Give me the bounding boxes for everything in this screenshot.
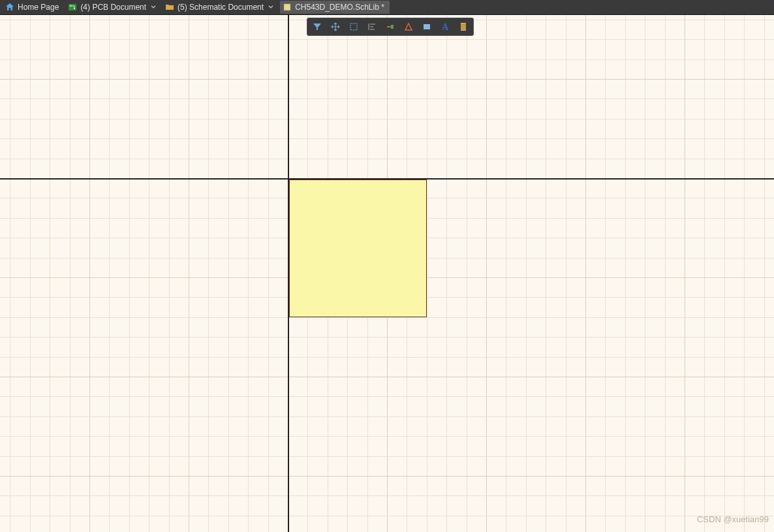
schematic-canvas[interactable]: A CSDN @xuetian99	[0, 15, 774, 532]
filter-button[interactable]	[308, 18, 326, 35]
watermark: CSDN @xuetian99	[697, 514, 769, 524]
svg-rect-5	[391, 25, 394, 29]
chevron-down-icon	[151, 5, 156, 10]
drawing-toolbar: A	[307, 18, 474, 36]
tab-schematic-doc[interactable]: (5) Schematic Document	[163, 1, 279, 14]
ieee-symbol-button[interactable]	[399, 18, 418, 35]
tab-pcb-doc[interactable]: (4) PCB Document	[65, 1, 161, 14]
sheet-button[interactable]	[454, 18, 472, 35]
text-button[interactable]: A	[436, 18, 454, 35]
align-button[interactable]	[363, 18, 381, 35]
rectangle-button[interactable]	[418, 18, 436, 35]
svg-rect-0	[69, 4, 76, 10]
selection-button[interactable]	[345, 18, 363, 35]
home-icon	[5, 3, 14, 12]
schlib-icon	[283, 3, 292, 12]
tab-schlib[interactable]: CH543D_DEMO.SchLib *	[280, 1, 390, 14]
tab-label: CH543D_DEMO.SchLib *	[295, 3, 384, 12]
pin-button[interactable]	[381, 18, 399, 35]
move-button[interactable]	[326, 18, 345, 35]
svg-rect-4	[350, 23, 357, 30]
axis-horizontal	[0, 178, 774, 180]
tab-label: Home Page	[18, 3, 59, 12]
svg-rect-3	[284, 4, 290, 10]
tab-label: (5) Schematic Document	[178, 3, 264, 12]
tab-home[interactable]: Home Page	[3, 1, 64, 14]
chevron-down-icon	[268, 5, 273, 10]
tab-label: (4) PCB Document	[80, 3, 146, 12]
pcb-icon	[68, 3, 77, 12]
component-body[interactable]	[289, 180, 427, 317]
axis-vertical	[288, 15, 289, 532]
folder-icon	[165, 3, 174, 12]
tab-bar: Home Page (4) PCB Document (5) Schematic…	[0, 0, 774, 15]
svg-text:A: A	[442, 22, 449, 32]
svg-rect-6	[424, 24, 430, 29]
